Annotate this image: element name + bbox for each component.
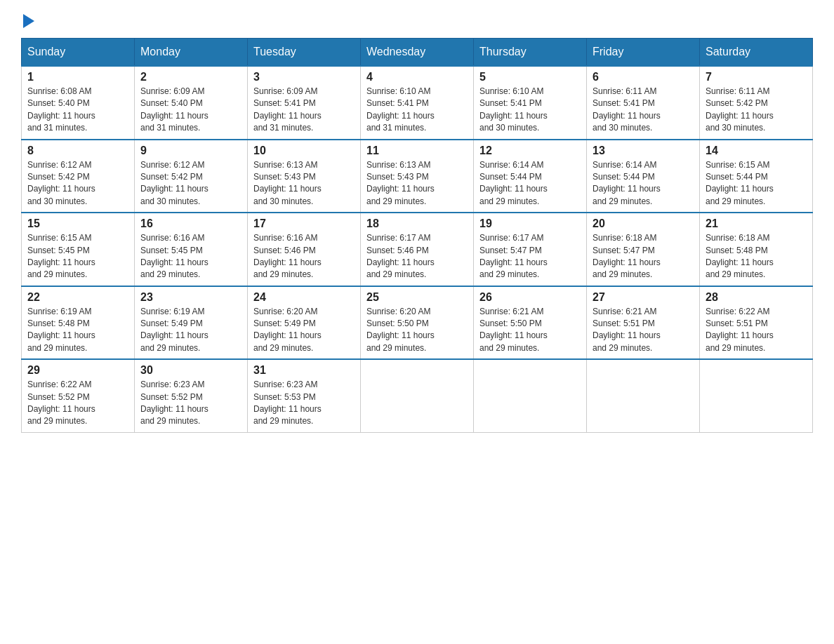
day-info: Sunrise: 6:10 AM Sunset: 5:41 PM Dayligh…: [479, 86, 581, 135]
day-info: Sunrise: 6:10 AM Sunset: 5:41 PM Dayligh…: [366, 86, 468, 135]
calendar-cell: 30 Sunrise: 6:23 AM Sunset: 5:52 PM Dayl…: [135, 359, 248, 432]
day-number: 28: [706, 291, 807, 304]
calendar-cell: [474, 359, 587, 432]
day-info: Sunrise: 6:22 AM Sunset: 5:51 PM Dayligh…: [706, 306, 807, 355]
calendar-cell: 1 Sunrise: 6:08 AM Sunset: 5:40 PM Dayli…: [22, 66, 135, 140]
calendar-cell: 7 Sunrise: 6:11 AM Sunset: 5:42 PM Dayli…: [700, 66, 813, 140]
day-number: 12: [479, 145, 581, 157]
calendar-cell: 2 Sunrise: 6:09 AM Sunset: 5:40 PM Dayli…: [135, 66, 248, 140]
calendar-day-header: Monday: [135, 39, 248, 67]
day-number: 16: [140, 217, 241, 230]
day-info: Sunrise: 6:21 AM Sunset: 5:51 PM Dayligh…: [593, 306, 694, 355]
day-number: 26: [479, 291, 581, 304]
calendar-day-header: Wednesday: [361, 39, 474, 67]
day-info: Sunrise: 6:16 AM Sunset: 5:46 PM Dayligh…: [253, 232, 355, 281]
day-info: Sunrise: 6:19 AM Sunset: 5:49 PM Dayligh…: [140, 306, 241, 355]
day-info: Sunrise: 6:15 AM Sunset: 5:44 PM Dayligh…: [706, 159, 807, 208]
day-info: Sunrise: 6:23 AM Sunset: 5:53 PM Dayligh…: [253, 379, 355, 428]
day-info: Sunrise: 6:20 AM Sunset: 5:50 PM Dayligh…: [366, 306, 468, 355]
calendar-cell: 10 Sunrise: 6:13 AM Sunset: 5:43 PM Dayl…: [248, 140, 361, 213]
calendar-cell: 9 Sunrise: 6:12 AM Sunset: 5:42 PM Dayli…: [135, 140, 248, 213]
day-info: Sunrise: 6:08 AM Sunset: 5:40 PM Dayligh…: [27, 86, 128, 135]
day-info: Sunrise: 6:09 AM Sunset: 5:41 PM Dayligh…: [253, 86, 355, 135]
day-info: Sunrise: 6:09 AM Sunset: 5:40 PM Dayligh…: [140, 86, 241, 135]
day-number: 27: [593, 291, 694, 304]
calendar-cell: [700, 359, 813, 432]
calendar-cell: 20 Sunrise: 6:18 AM Sunset: 5:47 PM Dayl…: [587, 213, 700, 286]
day-number: 14: [706, 145, 807, 157]
calendar-cell: 11 Sunrise: 6:13 AM Sunset: 5:43 PM Dayl…: [361, 140, 474, 213]
day-number: 25: [366, 291, 468, 304]
day-number: 1: [27, 71, 128, 83]
calendar-cell: [361, 359, 474, 432]
page-header: [21, 14, 813, 25]
calendar-week-row: 8 Sunrise: 6:12 AM Sunset: 5:42 PM Dayli…: [22, 140, 813, 213]
day-number: 8: [27, 145, 128, 157]
day-info: Sunrise: 6:15 AM Sunset: 5:45 PM Dayligh…: [27, 232, 128, 281]
day-number: 5: [479, 71, 581, 83]
calendar-cell: 31 Sunrise: 6:23 AM Sunset: 5:53 PM Dayl…: [248, 359, 361, 432]
calendar-header-row: SundayMondayTuesdayWednesdayThursdayFrid…: [22, 39, 813, 67]
calendar-cell: 29 Sunrise: 6:22 AM Sunset: 5:52 PM Dayl…: [22, 359, 135, 432]
calendar-table: SundayMondayTuesdayWednesdayThursdayFrid…: [21, 38, 813, 433]
day-info: Sunrise: 6:14 AM Sunset: 5:44 PM Dayligh…: [593, 159, 694, 208]
day-number: 3: [253, 71, 355, 83]
calendar-cell: [587, 359, 700, 432]
day-info: Sunrise: 6:17 AM Sunset: 5:47 PM Dayligh…: [479, 232, 581, 281]
day-number: 30: [140, 364, 241, 377]
calendar-cell: 15 Sunrise: 6:15 AM Sunset: 5:45 PM Dayl…: [22, 213, 135, 286]
day-number: 24: [253, 291, 355, 304]
day-number: 17: [253, 217, 355, 230]
calendar-cell: 25 Sunrise: 6:20 AM Sunset: 5:50 PM Dayl…: [361, 286, 474, 360]
calendar-cell: 24 Sunrise: 6:20 AM Sunset: 5:49 PM Dayl…: [248, 286, 361, 360]
day-number: 19: [479, 217, 581, 230]
calendar-cell: 21 Sunrise: 6:18 AM Sunset: 5:48 PM Dayl…: [700, 213, 813, 286]
calendar-day-header: Saturday: [700, 39, 813, 67]
calendar-cell: 3 Sunrise: 6:09 AM Sunset: 5:41 PM Dayli…: [248, 66, 361, 140]
calendar-day-header: Tuesday: [248, 39, 361, 67]
day-number: 9: [140, 145, 241, 157]
day-number: 15: [27, 217, 128, 230]
calendar-cell: 19 Sunrise: 6:17 AM Sunset: 5:47 PM Dayl…: [474, 213, 587, 286]
calendar-cell: 23 Sunrise: 6:19 AM Sunset: 5:49 PM Dayl…: [135, 286, 248, 360]
calendar-cell: 14 Sunrise: 6:15 AM Sunset: 5:44 PM Dayl…: [700, 140, 813, 213]
day-number: 21: [706, 217, 807, 230]
day-number: 2: [140, 71, 241, 83]
day-number: 20: [593, 217, 694, 230]
calendar-cell: 18 Sunrise: 6:17 AM Sunset: 5:46 PM Dayl…: [361, 213, 474, 286]
day-info: Sunrise: 6:11 AM Sunset: 5:42 PM Dayligh…: [706, 86, 807, 135]
calendar-week-row: 29 Sunrise: 6:22 AM Sunset: 5:52 PM Dayl…: [22, 359, 813, 432]
calendar-cell: 17 Sunrise: 6:16 AM Sunset: 5:46 PM Dayl…: [248, 213, 361, 286]
calendar-cell: 27 Sunrise: 6:21 AM Sunset: 5:51 PM Dayl…: [587, 286, 700, 360]
day-info: Sunrise: 6:22 AM Sunset: 5:52 PM Dayligh…: [27, 379, 128, 428]
calendar-cell: 26 Sunrise: 6:21 AM Sunset: 5:50 PM Dayl…: [474, 286, 587, 360]
calendar-week-row: 15 Sunrise: 6:15 AM Sunset: 5:45 PM Dayl…: [22, 213, 813, 286]
day-info: Sunrise: 6:17 AM Sunset: 5:46 PM Dayligh…: [366, 232, 468, 281]
day-info: Sunrise: 6:12 AM Sunset: 5:42 PM Dayligh…: [27, 159, 128, 208]
day-info: Sunrise: 6:23 AM Sunset: 5:52 PM Dayligh…: [140, 379, 241, 428]
day-info: Sunrise: 6:20 AM Sunset: 5:49 PM Dayligh…: [253, 306, 355, 355]
day-info: Sunrise: 6:18 AM Sunset: 5:48 PM Dayligh…: [706, 232, 807, 281]
day-number: 4: [366, 71, 468, 83]
day-number: 6: [593, 71, 694, 83]
day-info: Sunrise: 6:12 AM Sunset: 5:42 PM Dayligh…: [140, 159, 241, 208]
day-info: Sunrise: 6:14 AM Sunset: 5:44 PM Dayligh…: [479, 159, 581, 208]
logo: [21, 14, 34, 25]
day-info: Sunrise: 6:16 AM Sunset: 5:45 PM Dayligh…: [140, 232, 241, 281]
day-number: 31: [253, 364, 355, 377]
day-number: 11: [366, 145, 468, 157]
day-number: 23: [140, 291, 241, 304]
day-info: Sunrise: 6:21 AM Sunset: 5:50 PM Dayligh…: [479, 306, 581, 355]
day-info: Sunrise: 6:13 AM Sunset: 5:43 PM Dayligh…: [366, 159, 468, 208]
calendar-cell: 28 Sunrise: 6:22 AM Sunset: 5:51 PM Dayl…: [700, 286, 813, 360]
calendar-cell: 8 Sunrise: 6:12 AM Sunset: 5:42 PM Dayli…: [22, 140, 135, 213]
day-number: 13: [593, 145, 694, 157]
day-number: 10: [253, 145, 355, 157]
calendar-cell: 6 Sunrise: 6:11 AM Sunset: 5:41 PM Dayli…: [587, 66, 700, 140]
calendar-cell: 5 Sunrise: 6:10 AM Sunset: 5:41 PM Dayli…: [474, 66, 587, 140]
day-number: 18: [366, 217, 468, 230]
day-number: 7: [706, 71, 807, 83]
calendar-cell: 22 Sunrise: 6:19 AM Sunset: 5:48 PM Dayl…: [22, 286, 135, 360]
day-number: 29: [27, 364, 128, 377]
day-number: 22: [27, 291, 128, 304]
